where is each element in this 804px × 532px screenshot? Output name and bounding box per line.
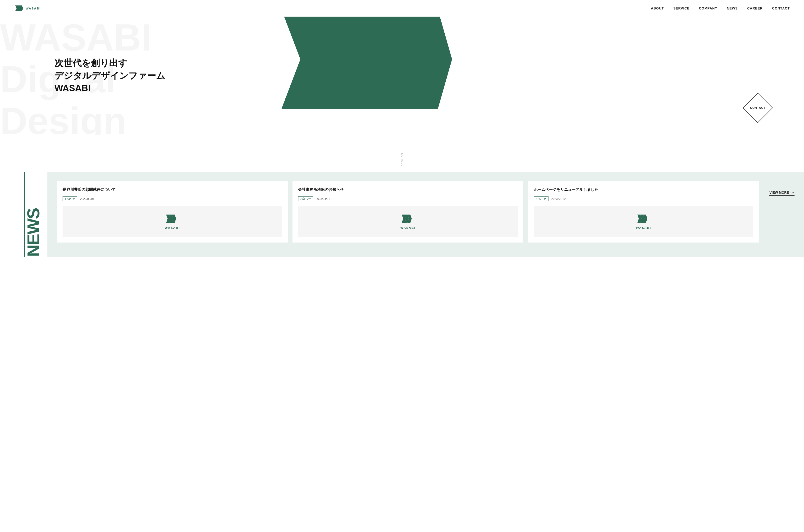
card-3-logo-icon xyxy=(636,213,651,224)
hero-section: WASABI Digital Design 次世代を創り出す デジタルデザインフ… xyxy=(0,17,804,135)
nav-contact[interactable]: CONTACT xyxy=(772,6,790,10)
news-card-3-meta: お知らせ 2023/01/19 xyxy=(534,196,753,201)
scroll-text: SCROLL xyxy=(401,153,403,167)
news-bg-area: 長谷川豊氏の顧問就任について お知らせ 2023/09/01 xyxy=(47,172,804,257)
site-header: WASABI ABOUT SERVICE COMPANY NEWS CAREER… xyxy=(0,0,804,17)
news-label-area: NEWS xyxy=(24,172,43,257)
nav-about[interactable]: ABOUT xyxy=(651,6,664,10)
news-section: NEWS 長谷川豊氏の顧問就任について お知らせ 2023/09/01 xyxy=(0,172,804,271)
nav-career[interactable]: CAREER xyxy=(747,6,763,10)
scroll-indicator: SCROLL xyxy=(0,135,804,172)
nav-company[interactable]: COMPANY xyxy=(699,6,717,10)
news-card-1-meta: お知らせ 2023/09/01 xyxy=(62,196,282,201)
card-2-logo-text: WASABI xyxy=(400,226,416,229)
card-1-logo-icon xyxy=(165,213,179,224)
scroll-line xyxy=(402,142,402,152)
news-card-2[interactable]: 会社事務所移転のお知らせ お知らせ 2023/04/01 xyxy=(292,181,523,243)
news-card-1-title: 長谷川豊氏の顧問就任について xyxy=(62,187,282,192)
news-vertical-label: NEWS xyxy=(24,172,47,257)
view-more-area: VIEW MORE → xyxy=(764,181,795,200)
news-card-1[interactable]: 長谷川豊氏の顧問就任について お知らせ 2023/09/01 xyxy=(57,181,288,243)
news-card-2-meta: お知らせ 2023/04/01 xyxy=(298,196,518,201)
news-card-2-title: 会社事務所移転のお知らせ xyxy=(298,187,518,192)
news-card-3-date: 2023/01/19 xyxy=(551,197,566,201)
view-more-link[interactable]: VIEW MORE → xyxy=(769,191,795,195)
contact-button[interactable]: CONTACT xyxy=(745,95,771,121)
news-card-2-tag: お知らせ xyxy=(298,196,313,201)
news-cards-row: 長谷川豊氏の顧問就任について お知らせ 2023/09/01 xyxy=(57,181,795,243)
logo-icon xyxy=(14,3,24,13)
news-card-1-date: 2023/09/01 xyxy=(80,197,94,201)
view-more-arrow: → xyxy=(791,191,795,194)
card-1-logo-text: WASABI xyxy=(165,226,180,229)
view-more-label: VIEW MORE xyxy=(769,191,789,194)
hero-headline: 次世代を創り出す デジタルデザインファーム WASABI xyxy=(55,57,165,95)
hero-arrows xyxy=(281,17,804,135)
contact-diamond-label: CONTACT xyxy=(750,106,766,110)
nav-news[interactable]: NEWS xyxy=(727,6,738,10)
news-card-3-image: WASABI xyxy=(534,206,753,237)
news-card-1-image: WASABI xyxy=(62,206,282,237)
logo[interactable]: WASABI xyxy=(14,3,41,13)
news-card-3[interactable]: ホームページをリニューアルしました お知らせ 2023/01/19 xyxy=(528,181,759,243)
hero-content: 次世代を創り出す デジタルデザインファーム WASABI xyxy=(55,57,165,95)
logo-text: WASABI xyxy=(25,7,41,10)
main-nav: ABOUT SERVICE COMPANY NEWS CAREER CONTAC… xyxy=(651,6,790,10)
news-card-1-tag: お知らせ xyxy=(62,196,77,201)
news-card-2-date: 2023/04/01 xyxy=(316,197,330,201)
card-2-logo-icon xyxy=(401,213,415,224)
news-card-3-title: ホームページをリニューアルしました xyxy=(534,187,753,192)
nav-service[interactable]: SERVICE xyxy=(673,6,690,10)
news-card-2-image: WASABI xyxy=(298,206,518,237)
news-card-3-tag: お知らせ xyxy=(534,196,549,201)
card-3-logo-text: WASABI xyxy=(636,226,651,229)
